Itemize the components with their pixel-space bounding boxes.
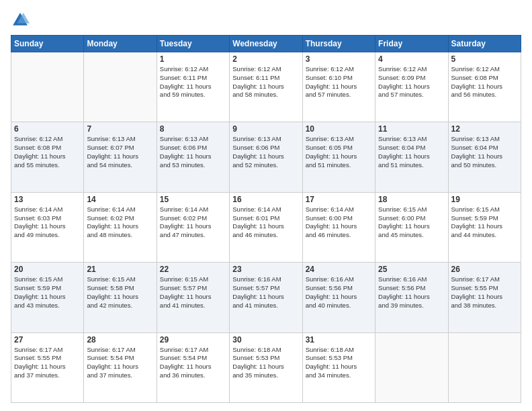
day-cell: 17Sunrise: 6:14 AM Sunset: 6:00 PM Dayli… <box>302 192 375 262</box>
day-cell: 9Sunrise: 6:13 AM Sunset: 6:06 PM Daylig… <box>230 122 302 192</box>
day-info: Sunrise: 6:12 AM Sunset: 6:09 PM Dayligh… <box>378 65 445 99</box>
day-info: Sunrise: 6:15 AM Sunset: 5:59 PM Dayligh… <box>14 275 81 310</box>
day-cell: 29Sunrise: 6:17 AM Sunset: 5:54 PM Dayli… <box>157 332 229 402</box>
day-cell: 25Sunrise: 6:16 AM Sunset: 5:56 PM Dayli… <box>375 263 448 332</box>
day-number: 13 <box>14 195 81 204</box>
day-cell: 4Sunrise: 6:12 AM Sunset: 6:09 PM Daylig… <box>375 52 448 122</box>
day-cell <box>448 332 521 402</box>
day-cell: 23Sunrise: 6:16 AM Sunset: 5:57 PM Dayli… <box>230 263 302 332</box>
day-cell: 13Sunrise: 6:14 AM Sunset: 6:03 PM Dayli… <box>11 192 84 262</box>
week-row-4: 20Sunrise: 6:15 AM Sunset: 5:59 PM Dayli… <box>11 263 521 332</box>
day-cell <box>84 52 157 122</box>
day-cell: 24Sunrise: 6:16 AM Sunset: 5:56 PM Dayli… <box>302 263 375 332</box>
day-cell: 3Sunrise: 6:12 AM Sunset: 6:10 PM Daylig… <box>302 52 375 122</box>
logo-icon <box>11 11 30 30</box>
day-info: Sunrise: 6:17 AM Sunset: 5:54 PM Dayligh… <box>87 346 153 380</box>
day-number: 15 <box>160 195 226 204</box>
day-number: 12 <box>451 124 518 134</box>
day-number: 25 <box>378 265 445 274</box>
day-info: Sunrise: 6:13 AM Sunset: 6:06 PM Dayligh… <box>160 135 226 169</box>
logo <box>11 11 32 30</box>
day-cell: 14Sunrise: 6:14 AM Sunset: 6:02 PM Dayli… <box>84 192 157 262</box>
day-info: Sunrise: 6:13 AM Sunset: 6:07 PM Dayligh… <box>87 135 153 169</box>
days-header-row: SundayMondayTuesdayWednesdayThursdayFrid… <box>11 36 521 52</box>
day-cell <box>11 52 84 122</box>
day-number: 2 <box>232 54 299 64</box>
calendar-header: SundayMondayTuesdayWednesdayThursdayFrid… <box>11 36 521 52</box>
day-cell: 16Sunrise: 6:14 AM Sunset: 6:01 PM Dayli… <box>230 192 302 262</box>
day-info: Sunrise: 6:14 AM Sunset: 6:02 PM Dayligh… <box>160 205 226 240</box>
day-number: 27 <box>14 335 81 345</box>
day-number: 7 <box>87 124 153 134</box>
calendar: SundayMondayTuesdayWednesdayThursdayFrid… <box>11 35 521 403</box>
day-cell: 30Sunrise: 6:18 AM Sunset: 5:53 PM Dayli… <box>230 332 302 402</box>
day-number: 23 <box>232 265 299 274</box>
day-info: Sunrise: 6:12 AM Sunset: 6:08 PM Dayligh… <box>14 135 81 169</box>
day-cell: 15Sunrise: 6:14 AM Sunset: 6:02 PM Dayli… <box>157 192 229 262</box>
day-info: Sunrise: 6:17 AM Sunset: 5:55 PM Dayligh… <box>451 275 518 310</box>
day-info: Sunrise: 6:12 AM Sunset: 6:08 PM Dayligh… <box>451 65 518 99</box>
day-info: Sunrise: 6:13 AM Sunset: 6:05 PM Dayligh… <box>306 135 372 169</box>
day-number: 10 <box>306 124 372 134</box>
day-number: 26 <box>451 265 518 274</box>
day-info: Sunrise: 6:14 AM Sunset: 6:02 PM Dayligh… <box>87 205 153 240</box>
day-number: 1 <box>160 54 226 64</box>
day-header-thursday: Thursday <box>302 36 375 52</box>
day-number: 31 <box>306 335 372 345</box>
day-number: 8 <box>160 124 226 134</box>
day-header-saturday: Saturday <box>448 36 521 52</box>
day-cell: 6Sunrise: 6:12 AM Sunset: 6:08 PM Daylig… <box>11 122 84 192</box>
day-info: Sunrise: 6:14 AM Sunset: 6:01 PM Dayligh… <box>232 205 299 240</box>
day-cell: 21Sunrise: 6:15 AM Sunset: 5:58 PM Dayli… <box>84 263 157 332</box>
day-number: 18 <box>378 195 445 204</box>
day-number: 22 <box>160 265 226 274</box>
day-cell: 19Sunrise: 6:15 AM Sunset: 5:59 PM Dayli… <box>448 192 521 262</box>
day-info: Sunrise: 6:17 AM Sunset: 5:54 PM Dayligh… <box>160 346 226 380</box>
week-row-5: 27Sunrise: 6:17 AM Sunset: 5:55 PM Dayli… <box>11 332 521 402</box>
day-info: Sunrise: 6:18 AM Sunset: 5:53 PM Dayligh… <box>306 346 372 380</box>
day-header-friday: Friday <box>375 36 448 52</box>
day-header-tuesday: Tuesday <box>157 36 229 52</box>
day-info: Sunrise: 6:15 AM Sunset: 5:59 PM Dayligh… <box>451 205 518 240</box>
day-cell: 27Sunrise: 6:17 AM Sunset: 5:55 PM Dayli… <box>11 332 84 402</box>
day-cell: 26Sunrise: 6:17 AM Sunset: 5:55 PM Dayli… <box>448 263 521 332</box>
day-info: Sunrise: 6:15 AM Sunset: 5:58 PM Dayligh… <box>87 275 153 310</box>
day-number: 30 <box>232 335 299 345</box>
day-header-monday: Monday <box>84 36 157 52</box>
day-number: 29 <box>160 335 226 345</box>
day-info: Sunrise: 6:17 AM Sunset: 5:55 PM Dayligh… <box>14 346 81 380</box>
day-header-wednesday: Wednesday <box>230 36 302 52</box>
day-info: Sunrise: 6:12 AM Sunset: 6:11 PM Dayligh… <box>160 65 226 99</box>
day-number: 9 <box>232 124 299 134</box>
week-row-1: 1Sunrise: 6:12 AM Sunset: 6:11 PM Daylig… <box>11 52 521 122</box>
day-info: Sunrise: 6:16 AM Sunset: 5:57 PM Dayligh… <box>232 275 299 310</box>
day-cell: 18Sunrise: 6:15 AM Sunset: 6:00 PM Dayli… <box>375 192 448 262</box>
day-number: 24 <box>306 265 372 274</box>
day-info: Sunrise: 6:12 AM Sunset: 6:11 PM Dayligh… <box>232 65 299 99</box>
day-cell: 5Sunrise: 6:12 AM Sunset: 6:08 PM Daylig… <box>448 52 521 122</box>
day-cell: 11Sunrise: 6:13 AM Sunset: 6:04 PM Dayli… <box>375 122 448 192</box>
calendar-body: 1Sunrise: 6:12 AM Sunset: 6:11 PM Daylig… <box>11 52 521 403</box>
day-info: Sunrise: 6:13 AM Sunset: 6:04 PM Dayligh… <box>451 135 518 169</box>
day-cell: 10Sunrise: 6:13 AM Sunset: 6:05 PM Dayli… <box>302 122 375 192</box>
day-cell: 12Sunrise: 6:13 AM Sunset: 6:04 PM Dayli… <box>448 122 521 192</box>
week-row-2: 6Sunrise: 6:12 AM Sunset: 6:08 PM Daylig… <box>11 122 521 192</box>
day-cell: 1Sunrise: 6:12 AM Sunset: 6:11 PM Daylig… <box>157 52 229 122</box>
day-cell <box>375 332 448 402</box>
day-header-sunday: Sunday <box>11 36 84 52</box>
day-cell: 7Sunrise: 6:13 AM Sunset: 6:07 PM Daylig… <box>84 122 157 192</box>
day-number: 20 <box>14 265 81 274</box>
day-info: Sunrise: 6:16 AM Sunset: 5:56 PM Dayligh… <box>306 275 372 310</box>
week-row-3: 13Sunrise: 6:14 AM Sunset: 6:03 PM Dayli… <box>11 192 521 262</box>
day-info: Sunrise: 6:15 AM Sunset: 6:00 PM Dayligh… <box>378 205 445 240</box>
day-number: 5 <box>451 54 518 64</box>
day-cell: 2Sunrise: 6:12 AM Sunset: 6:11 PM Daylig… <box>230 52 302 122</box>
day-number: 4 <box>378 54 445 64</box>
day-info: Sunrise: 6:14 AM Sunset: 6:00 PM Dayligh… <box>306 205 372 240</box>
day-number: 21 <box>87 265 153 274</box>
day-info: Sunrise: 6:13 AM Sunset: 6:04 PM Dayligh… <box>378 135 445 169</box>
day-info: Sunrise: 6:18 AM Sunset: 5:53 PM Dayligh… <box>232 346 299 380</box>
day-info: Sunrise: 6:13 AM Sunset: 6:06 PM Dayligh… <box>232 135 299 169</box>
day-info: Sunrise: 6:16 AM Sunset: 5:56 PM Dayligh… <box>378 275 445 310</box>
day-cell: 28Sunrise: 6:17 AM Sunset: 5:54 PM Dayli… <box>84 332 157 402</box>
